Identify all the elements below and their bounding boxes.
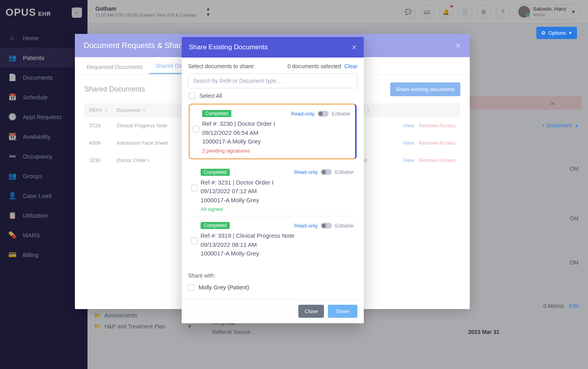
status-badge: Completed: [202, 110, 231, 117]
share-existing-modal: Share Existing Documents ✕ Select docume…: [182, 37, 364, 323]
doc-line-1: Ref #: 3230 | Doctor Order I: [202, 119, 350, 129]
status-badge: Completed: [201, 222, 230, 229]
status-badge: Completed: [201, 169, 230, 176]
editable-toggle[interactable]: [321, 169, 332, 175]
doc-note: 2 pending signatures: [202, 148, 350, 154]
selected-count: 0 documents selected: [287, 63, 341, 69]
select-all-checkbox[interactable]: [189, 92, 195, 99]
editable-toggle[interactable]: [318, 111, 329, 117]
right-panel-stub: + Document ▼ OM OM OM d Abenis Edit: [508, 122, 579, 309]
stub-om3: OM: [508, 259, 579, 266]
share-existing-title: Share Existing Documents: [189, 43, 268, 51]
doc-checkbox[interactable]: [193, 126, 199, 132]
share-user-name: Molly Grey (Patient): [199, 284, 249, 291]
gear-icon: ⚙: [541, 30, 546, 36]
editable-label: Editable: [335, 223, 354, 229]
share-button[interactable]: Share: [328, 305, 357, 318]
readonly-label: Read-only: [291, 111, 314, 117]
doc-line-3: 1000017-A Molly Grey: [202, 137, 350, 146]
clear-link[interactable]: Clear: [344, 63, 357, 69]
close-button[interactable]: Close: [298, 305, 324, 318]
doc-line-1: Ref #: 3231 | Doctor Order I: [201, 178, 354, 187]
alert-close-icon[interactable]: ✕: [550, 101, 555, 107]
stub-om2: OM: [508, 215, 579, 222]
doc-note: All signed: [201, 206, 354, 212]
doc-list: CompletedRead-onlyEditableRef #: 3230 | …: [188, 101, 357, 263]
doc-line-3: 1000017-A Molly Grey: [201, 249, 354, 258]
share-existing-close-icon[interactable]: ✕: [352, 44, 357, 51]
options-button[interactable]: ⚙ Options ▼: [536, 27, 577, 39]
readonly-label: Read-only: [294, 169, 318, 175]
caret-down-icon: ▼: [568, 31, 572, 35]
doc-checkbox[interactable]: [191, 238, 198, 244]
doc-checkbox[interactable]: [191, 184, 198, 191]
doc-line-1: Ref #: 3319 | Clinical Progress Note: [201, 231, 354, 240]
select-docs-label: Select documents to share:: [188, 63, 255, 69]
editable-toggle[interactable]: [321, 223, 332, 229]
stub-om1: OM: [508, 166, 579, 172]
doc-line-2: 09/12/2022 06:54 AM: [202, 129, 350, 138]
doc-item: CompletedRead-onlyEditableRef #: 3230 | …: [189, 104, 357, 159]
editable-label: Editable: [332, 111, 350, 117]
share-user-checkbox[interactable]: [188, 284, 195, 291]
options-label: Options: [548, 30, 566, 36]
doc-search-input[interactable]: [188, 73, 357, 88]
share-with-label: Share with:: [182, 267, 364, 281]
doc-item: CompletedRead-onlyEditableRef #: 3319 | …: [189, 216, 357, 262]
editable-label: Editable: [335, 169, 354, 175]
select-all-label: Select All: [199, 93, 222, 99]
doc-item: CompletedRead-onlyEditableRef #: 3231 | …: [189, 163, 357, 217]
add-document-button[interactable]: + Document ▼: [541, 122, 579, 129]
doc-line-2: 09/12/2022 07:12 AM: [201, 187, 354, 196]
readonly-label: Read-only: [294, 223, 318, 229]
edit-link[interactable]: Edit: [569, 303, 579, 309]
doc-line-2: 09/13/2022 08:11 AM: [201, 240, 354, 250]
stub-abenis: d Abenis: [543, 303, 564, 309]
doc-line-3: 1000017-A Molly Grey: [201, 196, 354, 205]
